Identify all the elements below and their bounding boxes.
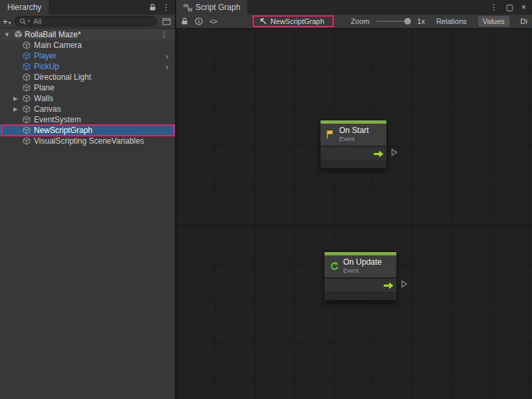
node-on-update[interactable]: On Update Event xyxy=(324,251,397,301)
search-icon xyxy=(19,18,27,25)
lock-icon[interactable] xyxy=(149,3,156,11)
tree-row[interactable]: EventSystem xyxy=(0,114,175,125)
scene-name: RollaBall Maze* xyxy=(25,30,81,39)
graph-canvas[interactable]: On Start Event xyxy=(176,29,532,399)
tree-row[interactable]: ▶ Canvas xyxy=(0,104,175,114)
window-menu-icon[interactable]: ⋮ xyxy=(490,3,498,12)
cube-icon xyxy=(23,116,32,124)
tree-row[interactable]: ▶ Walls xyxy=(0,93,175,104)
node-header: On Update Event xyxy=(325,255,396,277)
open-search-window-icon[interactable] xyxy=(161,18,172,25)
node-subtitle: Event xyxy=(343,267,382,274)
row-label: Main Camera xyxy=(34,41,82,50)
zoom-label: Zoom xyxy=(351,17,370,25)
tab-script-graph[interactable]: Script Graph xyxy=(176,0,247,15)
hierarchy-search-input[interactable]: ▾ All xyxy=(15,16,158,27)
prefab-chevron-icon[interactable]: › xyxy=(166,63,175,71)
search-filter-caret-icon[interactable]: ▾ xyxy=(28,19,31,24)
info-icon[interactable] xyxy=(195,17,203,25)
tree-row[interactable]: NewScriptGraph xyxy=(0,125,175,136)
row-label: Directional Light xyxy=(34,72,91,82)
node-header: On Start Event xyxy=(321,124,386,146)
cube-icon xyxy=(23,137,32,145)
hierarchy-toolbar: + ▾ ▾ All xyxy=(0,15,175,29)
hierarchy-tree-items: Main Camera Player › PickUp › Directiona… xyxy=(0,40,175,146)
node-footer xyxy=(321,160,386,168)
row-label: EventSystem xyxy=(34,115,81,124)
flag-icon xyxy=(325,129,335,140)
graph-lock-icon[interactable] xyxy=(181,17,188,25)
row-label: VisualScripting SceneVariables xyxy=(34,136,144,146)
unity-scene-icon xyxy=(14,30,23,39)
on-start-output-port-icon[interactable] xyxy=(391,148,398,156)
node-footer xyxy=(325,292,396,300)
scene-fold-icon[interactable]: ▼ xyxy=(4,31,12,38)
close-icon[interactable]: × xyxy=(521,3,526,12)
fold-icon[interactable]: ▶ xyxy=(13,106,23,112)
zoom-value: 1x xyxy=(417,17,425,25)
values-toggle-button[interactable]: Values xyxy=(478,16,509,27)
hierarchy-panel: Hierarchy ⋮ + ▾ ▾ All xyxy=(0,0,176,399)
row-label: Canvas xyxy=(34,104,61,114)
row-label: Plane xyxy=(34,83,55,92)
node-port-row xyxy=(325,277,396,292)
hierarchy-tabstrip: Hierarchy ⋮ xyxy=(0,0,175,15)
cube-icon xyxy=(23,52,32,60)
dim-toggle-button[interactable]: Di xyxy=(516,16,527,27)
tree-row[interactable]: Player › xyxy=(0,51,175,61)
relations-toggle-button[interactable]: Relations xyxy=(432,16,471,27)
hierarchy-tree: ▼ RollaBall Maze* ⋮ Main Camera Player › xyxy=(0,29,175,399)
row-label: PickUp xyxy=(34,62,59,71)
create-object-button[interactable]: + ▾ xyxy=(3,17,11,27)
tab-hierarchy-label: Hierarchy xyxy=(7,3,41,12)
unity-editor-window: Hierarchy ⋮ + ▾ ▾ All xyxy=(0,0,532,399)
tab-hierarchy[interactable]: Hierarchy xyxy=(0,0,49,15)
loop-icon xyxy=(329,261,339,271)
row-label: Walls xyxy=(34,94,53,103)
tab-script-graph-label: Script Graph xyxy=(196,3,240,12)
output-flow-arrow-icon[interactable] xyxy=(374,150,384,158)
output-flow-arrow-icon[interactable] xyxy=(384,282,394,289)
tree-row[interactable]: Main Camera xyxy=(0,40,175,51)
cube-icon xyxy=(23,63,32,70)
tree-row[interactable]: Directional Light xyxy=(0,72,175,82)
graph-name-breadcrumb[interactable]: NewScriptGraph xyxy=(253,15,334,27)
cube-icon xyxy=(23,84,32,92)
cube-icon xyxy=(23,73,32,81)
script-graph-icon xyxy=(259,17,267,25)
tree-row[interactable]: Plane xyxy=(0,82,175,93)
on-update-output-port-icon[interactable] xyxy=(401,280,408,288)
fold-icon[interactable]: ▶ xyxy=(13,95,23,102)
node-title: On Start xyxy=(339,126,369,136)
code-icon[interactable]: <> xyxy=(209,17,217,25)
plus-icon: + xyxy=(3,17,8,27)
search-text: All xyxy=(33,17,41,25)
cube-icon xyxy=(23,41,32,49)
window-controls: ⋮ ▢ × xyxy=(490,0,532,15)
graph-tabstrip: Script Graph ⋮ ▢ × xyxy=(176,0,532,15)
node-on-start[interactable]: On Start Event xyxy=(320,120,387,169)
row-label: Player xyxy=(34,51,57,61)
scene-header[interactable]: ▼ RollaBall Maze* ⋮ xyxy=(0,29,175,40)
graph-name-label: NewScriptGraph xyxy=(271,17,325,25)
script-graph-panel: Script Graph ⋮ ▢ × <> NewScriptGraph xyxy=(176,0,532,399)
tree-row[interactable]: VisualScripting SceneVariables xyxy=(0,136,175,146)
hierarchy-menu-icon[interactable]: ⋮ xyxy=(162,3,170,12)
graph-toolbar: <> NewScriptGraph Zoom 1x Relations Valu… xyxy=(176,15,532,29)
zoom-slider-thumb[interactable] xyxy=(404,18,411,25)
tree-row[interactable]: PickUp › xyxy=(0,61,175,72)
zoom-slider[interactable] xyxy=(376,21,411,22)
node-subtitle: Event xyxy=(339,136,369,142)
graph-tab-icon xyxy=(184,4,192,11)
cube-icon xyxy=(23,94,32,102)
node-port-row xyxy=(321,146,386,160)
maximize-icon[interactable]: ▢ xyxy=(506,3,513,12)
node-title: On Update xyxy=(343,258,382,267)
caret-down-icon: ▾ xyxy=(9,20,11,26)
hierarchy-tab-corner: ⋮ xyxy=(149,0,175,15)
prefab-chevron-icon[interactable]: › xyxy=(166,52,175,61)
scene-menu-icon[interactable]: ⋮ xyxy=(160,30,175,39)
cube-icon xyxy=(23,105,32,113)
row-label: NewScriptGraph xyxy=(34,126,92,135)
cube-icon xyxy=(23,126,32,134)
